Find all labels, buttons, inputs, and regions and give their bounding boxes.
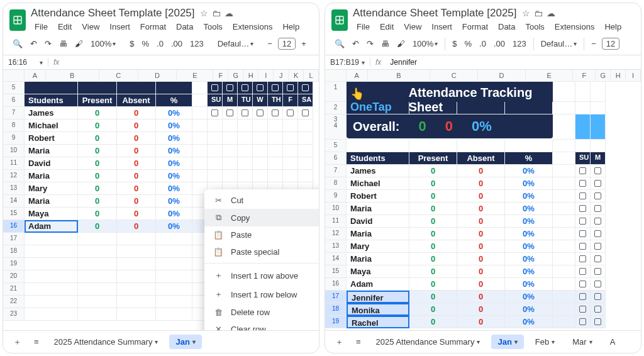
checkbox-icon[interactable] xyxy=(211,109,218,116)
col-header[interactable]: G xyxy=(228,70,243,82)
table-row[interactable]: 12 Maria 0 0 0% xyxy=(325,228,641,240)
tab-jan[interactable]: Jan▾ xyxy=(169,335,201,349)
font-size-plus[interactable]: + xyxy=(298,36,309,51)
col-header[interactable]: F xyxy=(573,70,596,82)
move-icon[interactable]: 🗀 xyxy=(212,8,221,18)
menu-help[interactable]: Help xyxy=(279,21,303,33)
table-row[interactable]: 18 Monika 0 0 0% xyxy=(325,303,641,316)
star-icon[interactable]: ☆ xyxy=(522,8,530,18)
percent-icon[interactable]: % xyxy=(461,36,475,51)
paint-format-icon[interactable]: 🖌 xyxy=(394,36,408,51)
col-header[interactable]: E xyxy=(526,70,574,82)
tab-jan[interactable]: Jan▾ xyxy=(491,335,523,349)
col-header[interactable]: D xyxy=(138,70,177,82)
checkbox-icon[interactable] xyxy=(579,192,586,199)
table-row[interactable]: 10 Maria 0 0 0% xyxy=(3,145,319,157)
cm-delete-row[interactable]: 🗑Delete row xyxy=(204,304,319,321)
checkbox-icon[interactable] xyxy=(242,109,248,116)
checkbox-icon[interactable] xyxy=(579,318,586,325)
all-sheets-button[interactable]: ≡ xyxy=(30,336,43,348)
col-header[interactable]: E xyxy=(177,70,213,82)
menu-format[interactable]: Format xyxy=(136,21,170,33)
undo-icon[interactable]: ↶ xyxy=(27,36,40,51)
menu-insert[interactable]: Insert xyxy=(106,21,134,33)
table-row[interactable]: 14 Maria 0 0 0% xyxy=(325,253,641,265)
formula-bar[interactable]: Jennifer xyxy=(386,58,421,67)
document-title[interactable]: Attendance Sheet Template [2025] xyxy=(353,7,517,19)
table-row[interactable]: 5 xyxy=(325,140,641,152)
print-icon[interactable]: 🖶 xyxy=(56,36,70,51)
menu-edit[interactable]: Edit xyxy=(376,21,397,33)
col-header[interactable]: D xyxy=(478,70,526,82)
redo-icon[interactable]: ↷ xyxy=(42,36,55,51)
currency-icon[interactable]: $ xyxy=(126,36,137,51)
menu-view[interactable]: View xyxy=(78,21,103,33)
checkbox-icon[interactable] xyxy=(579,180,586,187)
tab-summary[interactable]: 2025 Attendance Summary▾ xyxy=(48,335,165,349)
star-icon[interactable]: ☆ xyxy=(200,8,208,18)
col-header[interactable]: A xyxy=(25,70,46,82)
document-title[interactable]: Attendance Sheet Template [2025] xyxy=(31,7,195,19)
font-size-minus[interactable]: − xyxy=(588,36,599,51)
checkbox-icon[interactable] xyxy=(579,306,586,313)
table-row[interactable]: 6 Students Present Absent % SUMTUWTHFSA xyxy=(3,94,319,107)
all-sheets-button[interactable]: ≡ xyxy=(352,336,365,348)
table-row[interactable]: 12 Maria 0 0 0% xyxy=(3,170,319,182)
table-row[interactable]: 8 Michael 0 0 0% xyxy=(3,120,319,132)
bold-button[interactable]: B xyxy=(317,36,319,51)
percent-icon[interactable]: % xyxy=(138,36,152,51)
move-icon[interactable]: 🗀 xyxy=(534,8,543,18)
col-header[interactable]: J xyxy=(274,70,289,82)
checkbox-icon[interactable] xyxy=(579,293,586,300)
menu-data[interactable]: Data xyxy=(494,21,519,33)
table-row[interactable]: 8 Michael 0 0 0% xyxy=(325,177,641,190)
checkbox-icon[interactable] xyxy=(594,255,601,262)
checkbox-icon[interactable] xyxy=(594,167,601,174)
add-sheet-button[interactable]: ＋ xyxy=(331,335,347,349)
checkbox-icon[interactable] xyxy=(579,281,586,287)
table-row[interactable]: 11 David 0 0 0% xyxy=(3,157,319,170)
redo-icon[interactable]: ↷ xyxy=(364,36,377,51)
menu-view[interactable]: View xyxy=(400,21,425,33)
col-header[interactable]: G xyxy=(596,70,611,82)
menu-insert[interactable]: Insert xyxy=(428,21,456,33)
font-selector[interactable]: Defaul…▾ xyxy=(538,36,580,51)
cloud-icon[interactable]: ☁ xyxy=(547,8,555,18)
col-header[interactable]: K xyxy=(289,70,304,82)
checkbox-icon[interactable] xyxy=(272,109,279,116)
cloud-icon[interactable]: ☁ xyxy=(225,8,233,18)
checkbox-icon[interactable] xyxy=(226,109,233,116)
checkbox-icon[interactable] xyxy=(287,109,294,116)
table-row[interactable]: 11 David 0 0 0% xyxy=(325,215,641,228)
table-row[interactable]: 17 Jennifer 0 0 0% xyxy=(325,291,641,303)
table-row[interactable]: 15 Maya 0 0 0% xyxy=(325,265,641,278)
cm-insert-above[interactable]: ＋Insert 1 row above xyxy=(204,266,319,285)
table-row[interactable]: 9 Robert 0 0 0% xyxy=(3,132,319,145)
col-header[interactable]: H xyxy=(243,70,258,82)
table-row[interactable]: 1 👆 OneTap Attendance Tracking Sheet xyxy=(325,82,641,102)
col-header[interactable]: A xyxy=(347,70,368,82)
cm-copy[interactable]: ⧉Copy⌘C xyxy=(204,209,319,226)
menu-tools[interactable]: Tools xyxy=(521,21,548,33)
menu-data[interactable]: Data xyxy=(172,21,197,33)
increase-decimal-icon[interactable]: .00 xyxy=(168,36,186,51)
decrease-decimal-icon[interactable]: .0 xyxy=(476,36,489,51)
menu-edit[interactable]: Edit xyxy=(54,21,75,33)
menu-file[interactable]: File xyxy=(353,21,374,33)
checkbox-icon[interactable] xyxy=(594,230,601,237)
font-selector[interactable]: Defaul…▾ xyxy=(214,36,257,51)
name-box[interactable]: 16:16▾ xyxy=(3,58,48,67)
menu-format[interactable]: Format xyxy=(458,21,492,33)
cm-paste-special[interactable]: 📋Paste special▸ xyxy=(204,243,319,260)
table-row[interactable]: 6 Students Present Absent % SU M xyxy=(325,152,641,165)
tab-apr[interactable]: A xyxy=(604,335,622,349)
table-row[interactable]: 9 Robert 0 0 0% xyxy=(325,190,641,203)
print-icon[interactable]: 🖶 xyxy=(378,36,392,51)
cm-paste[interactable]: 📋Paste⌘V xyxy=(204,226,319,243)
checkbox-icon[interactable] xyxy=(594,293,601,300)
table-row[interactable]: 10 Maria 0 0 0% xyxy=(325,203,641,215)
cm-insert-below[interactable]: ＋Insert 1 row below xyxy=(204,285,319,304)
col-header[interactable]: I xyxy=(258,70,274,82)
checkbox-icon[interactable] xyxy=(579,243,586,250)
checkbox-icon[interactable] xyxy=(579,268,586,275)
